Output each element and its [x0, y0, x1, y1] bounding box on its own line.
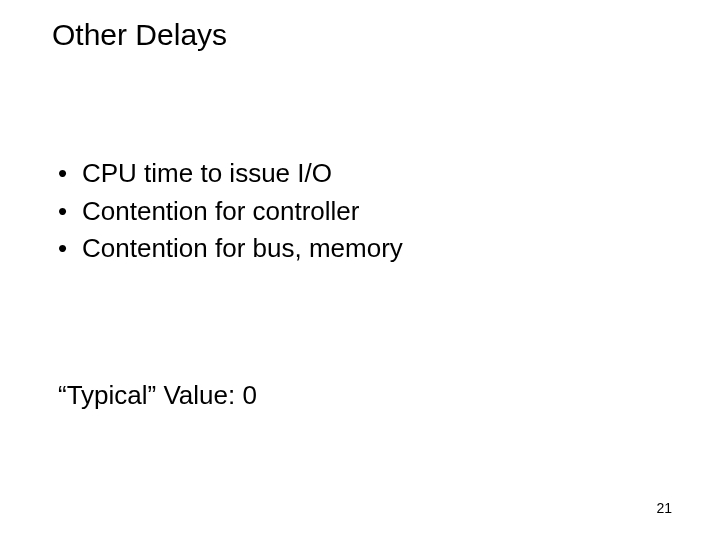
- slide-title: Other Delays: [52, 18, 227, 52]
- list-item: • Contention for bus, memory: [58, 230, 403, 268]
- list-item: • Contention for controller: [58, 193, 403, 231]
- bullet-text: Contention for controller: [82, 193, 359, 231]
- page-number: 21: [656, 500, 672, 516]
- bullet-text: CPU time to issue I/O: [82, 155, 332, 193]
- typical-value-line: “Typical” Value: 0: [58, 380, 257, 411]
- bullet-text: Contention for bus, memory: [82, 230, 403, 268]
- slide: Other Delays • CPU time to issue I/O • C…: [0, 0, 720, 540]
- list-item: • CPU time to issue I/O: [58, 155, 403, 193]
- bullet-icon: •: [58, 230, 82, 268]
- bullet-icon: •: [58, 155, 82, 193]
- bullet-icon: •: [58, 193, 82, 231]
- bullet-list: • CPU time to issue I/O • Contention for…: [58, 155, 403, 268]
